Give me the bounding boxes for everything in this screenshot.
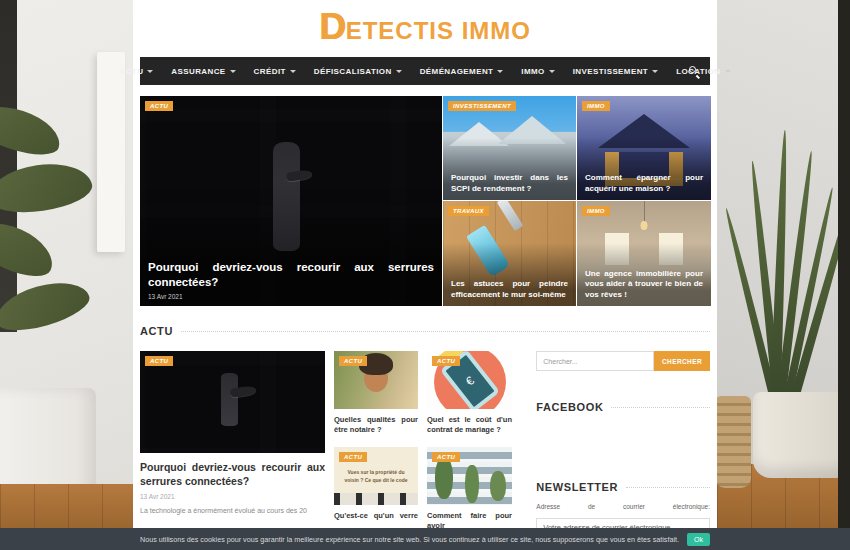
article-card-vues-voisin[interactable]: ACTU Vues sur la propriété du voisin ? C… bbox=[334, 447, 418, 531]
category-badge[interactable]: TRAVAUX bbox=[448, 206, 489, 216]
chevron-down-icon bbox=[725, 70, 731, 73]
category-badge[interactable]: ACTU bbox=[339, 356, 367, 366]
hero-article-peindre[interactable]: TRAVAUX Les astuces pour peindre efficac… bbox=[443, 201, 576, 306]
article-card-serrures[interactable]: ACTU Pourquoi devriez-vous recourir aux … bbox=[140, 351, 325, 532]
article-image[interactable]: ACTU bbox=[427, 351, 512, 409]
article-card-comment-faire[interactable]: ACTU Comment faire pour avoir bbox=[427, 447, 512, 531]
section-heading-actu: ACTU bbox=[140, 325, 710, 337]
nav-item-actu[interactable]: ACTU bbox=[120, 67, 154, 76]
nav-item-investissement[interactable]: INVESTISSEMENT bbox=[573, 67, 658, 76]
site-header: D ETECTIS IMMO bbox=[133, 0, 717, 57]
nav-label: IMMO bbox=[521, 67, 544, 76]
category-badge[interactable]: ACTU bbox=[145, 101, 173, 111]
nav-item-defiscalisation[interactable]: DÉFISCALISATION bbox=[314, 67, 402, 76]
category-badge[interactable]: ACTU bbox=[432, 356, 460, 366]
background-door-frame bbox=[0, 0, 17, 332]
background-photo-right bbox=[717, 0, 850, 550]
nav-item-location[interactable]: LOCATION bbox=[676, 67, 730, 76]
category-badge[interactable]: ACTU bbox=[432, 452, 460, 462]
facebook-widget-area bbox=[536, 423, 710, 451]
widget-title: NEWSLETTER bbox=[536, 481, 618, 493]
main-nav: ACTU ASSURANCE CRÉDIT DÉFISCALISATION DÉ… bbox=[140, 57, 710, 85]
nav-label: DÉFISCALISATION bbox=[314, 67, 392, 76]
cookie-banner: Nous utilisons des cookies pour vous gar… bbox=[0, 528, 850, 550]
chevron-down-icon bbox=[549, 70, 555, 73]
article-title[interactable]: Pourquoi devriez-vous recourir aux serru… bbox=[140, 461, 325, 488]
article-title[interactable]: Quel est le coût d'un contrat de mariage… bbox=[427, 415, 512, 435]
article-title[interactable]: Pourquoi devriez-vous recourir aux serru… bbox=[148, 260, 434, 289]
article-date: 13 Avr 2021 bbox=[140, 493, 325, 500]
hero-article-agence[interactable]: IMMO Une agence immobilière pour vous ai… bbox=[577, 201, 711, 306]
logo-d-icon: D bbox=[319, 12, 344, 42]
widget-title: FACEBOOK bbox=[536, 401, 603, 413]
article-title[interactable]: Quelles qualités pour être notaire ? bbox=[334, 415, 418, 435]
chevron-down-icon bbox=[396, 70, 402, 73]
cookie-ok-button[interactable]: Ok bbox=[687, 533, 710, 546]
search-icon[interactable] bbox=[688, 65, 700, 77]
article-card-notaire[interactable]: ACTU Quelles qualités pour être notaire … bbox=[334, 351, 418, 435]
nav-label: DÉMÉNAGEMENT bbox=[420, 67, 494, 76]
article-title[interactable]: Une agence immobilière pour vous aider à… bbox=[585, 269, 703, 300]
nav-item-assurance[interactable]: ASSURANCE bbox=[171, 67, 235, 76]
background-window-trim bbox=[97, 52, 125, 252]
site-logo[interactable]: D ETECTIS IMMO bbox=[319, 12, 531, 45]
hero-article-scpi[interactable]: INVESTISSEMENT Pourquoi investir dans le… bbox=[443, 96, 576, 200]
small-articles-grid: ACTU Quelles qualités pour être notaire … bbox=[334, 351, 512, 532]
heading-divider bbox=[181, 331, 710, 332]
chevron-down-icon bbox=[230, 70, 236, 73]
wicker-basket bbox=[717, 396, 751, 488]
newsletter-label: Adresse de courrier électronique: bbox=[536, 503, 710, 510]
article-title[interactable]: Comment épargner pour acquérir une maiso… bbox=[585, 173, 703, 194]
articles-column: ACTU Pourquoi devriez-vous recourir aux … bbox=[140, 351, 519, 550]
door-handle-illustration bbox=[221, 373, 238, 426]
article-image[interactable]: ACTU Vues sur la propriété du voisin ? C… bbox=[334, 447, 418, 505]
tile-caption: Pourquoi devriez-vous recourir aux serru… bbox=[140, 254, 442, 306]
article-excerpt: La technologie a énormément évolué au co… bbox=[140, 506, 325, 517]
page-container: D ETECTIS IMMO ACTU ASSURANCE CRÉDIT DÉF… bbox=[133, 0, 717, 550]
newsletter-heading: NEWSLETTER bbox=[536, 481, 710, 493]
chevron-down-icon bbox=[147, 70, 153, 73]
logo-text: ETECTIS IMMO bbox=[346, 17, 531, 45]
category-badge[interactable]: INVESTISSEMENT bbox=[448, 101, 516, 111]
nav-label: ASSURANCE bbox=[171, 67, 225, 76]
tile-caption: Une agence immobilière pour vous aider à… bbox=[577, 263, 711, 306]
tile-caption: Les astuces pour peindre efficacement le… bbox=[443, 273, 576, 306]
section-title: ACTU bbox=[140, 325, 173, 337]
nav-label: CRÉDIT bbox=[254, 67, 286, 76]
nav-label: INVESTISSEMENT bbox=[573, 67, 648, 76]
tile-caption: Comment épargner pour acquérir une maiso… bbox=[577, 167, 711, 200]
image-caption: Vues sur la propriété du voisin ? Ce que… bbox=[342, 468, 409, 484]
chevron-down-icon bbox=[652, 70, 658, 73]
article-title[interactable]: Pourquoi investir dans les SCPI de rende… bbox=[451, 173, 568, 194]
cookie-text: Nous utilisons des cookies pour vous gar… bbox=[140, 535, 679, 544]
background-door-frame bbox=[838, 0, 850, 550]
plant-pot bbox=[753, 392, 850, 478]
search-button[interactable]: CHERCHER bbox=[654, 351, 710, 371]
category-badge[interactable]: IMMO bbox=[582, 101, 610, 111]
article-title[interactable]: Qu'est-ce qu'un verre bbox=[334, 511, 418, 521]
sidebar: CHERCHER FACEBOOK NEWSLETTER Adresse de … bbox=[536, 351, 710, 550]
article-title[interactable]: Les astuces pour peindre efficacement le… bbox=[451, 279, 568, 300]
nav-item-demenagement[interactable]: DÉMÉNAGEMENT bbox=[420, 67, 504, 76]
category-badge[interactable]: ACTU bbox=[339, 452, 367, 462]
article-image[interactable]: ACTU bbox=[334, 351, 418, 409]
hero-article-serrures[interactable]: ACTU Pourquoi devriez-vous recourir aux … bbox=[140, 96, 442, 306]
hero-article-epargner[interactable]: IMMO Comment épargner pour acquérir une … bbox=[577, 96, 711, 200]
nav-item-credit[interactable]: CRÉDIT bbox=[254, 67, 296, 76]
chevron-down-icon bbox=[497, 70, 503, 73]
heading-divider bbox=[626, 487, 710, 488]
category-badge[interactable]: IMMO bbox=[582, 206, 610, 216]
category-badge[interactable]: ACTU bbox=[145, 356, 173, 366]
heading-divider bbox=[611, 407, 710, 408]
article-image[interactable]: ACTU bbox=[140, 351, 325, 453]
article-card-contrat-mariage[interactable]: ACTU Quel est le coût d'un contrat de ma… bbox=[427, 351, 512, 435]
article-image[interactable]: ACTU bbox=[427, 447, 512, 505]
main-content: ACTU ACTU Pourquoi devriez-vous recourir… bbox=[140, 325, 710, 550]
facebook-heading: FACEBOOK bbox=[536, 401, 710, 413]
nav-item-immo[interactable]: IMMO bbox=[521, 67, 554, 76]
featured-posts-grid: ACTU Pourquoi devriez-vous recourir aux … bbox=[140, 96, 710, 306]
background-photo-left bbox=[0, 0, 133, 550]
sidebar-search: CHERCHER bbox=[536, 351, 710, 371]
article-date: 13 Avr 2021 bbox=[148, 293, 434, 300]
search-input[interactable] bbox=[536, 351, 654, 371]
